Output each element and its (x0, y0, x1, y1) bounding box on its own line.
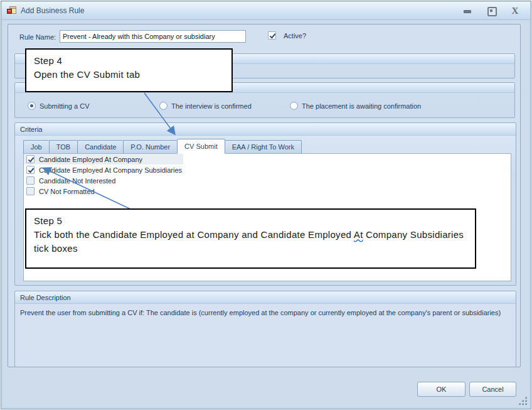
window-title: Add Business Rule (21, 6, 84, 15)
rule-name-row: Rule Name: Active? (8, 24, 520, 50)
step5-text-before: Tick both the Candidate Employed at Comp… (34, 229, 354, 240)
criteria-tab-strip: Job TOB Candidate P.O. Number CV Submit … (23, 139, 302, 154)
step5-flagged-word: At (354, 229, 363, 240)
radio-label: Submitting a CV (40, 102, 89, 110)
tab-job[interactable]: Job (23, 140, 49, 154)
resize-grip[interactable] (519, 397, 527, 405)
step5-callout: Step 5 Tick both the Candidate Employed … (25, 208, 476, 269)
criteria-header: Criteria (15, 123, 516, 136)
radio-placement-awaiting[interactable]: The placement is awaiting confirmation (290, 102, 421, 110)
maximize-icon[interactable] (486, 6, 496, 15)
checkbox-unchecked-icon[interactable] (26, 176, 35, 185)
radio-selected-icon (28, 102, 36, 110)
radio-icon (159, 102, 168, 110)
criteria-item-label: Candidate Not Interested (39, 177, 115, 185)
close-icon[interactable]: X (510, 6, 520, 15)
trigger-radio-group: Submitting a CV The interview is confirm… (15, 102, 514, 110)
add-business-rule-dialog: Add Business Rule X Rule Name: Active? (1, 1, 531, 409)
title-bar[interactable]: Add Business Rule X (2, 2, 530, 20)
rule-name-input[interactable] (60, 30, 246, 43)
tab-tob[interactable]: TOB (49, 140, 77, 154)
criteria-item-not-interested[interactable]: Candidate Not Interested (24, 175, 511, 186)
tab-po-number[interactable]: P.O. Number (123, 140, 177, 154)
cancel-button[interactable]: Cancel (469, 382, 516, 397)
radio-label: The placement is awaiting confirmation (302, 102, 421, 110)
radio-label: The interview is confirmed (171, 102, 252, 110)
criteria-item-label: Candidate Employed At Company (39, 156, 142, 163)
ok-button[interactable]: OK (417, 382, 466, 397)
radio-submitting-cv[interactable]: Submitting a CV (28, 102, 159, 110)
tab-candidate[interactable]: Candidate (77, 140, 123, 154)
rule-description-text: Prevent the user from submitting a CV if… (15, 304, 516, 321)
rule-description-header: Rule Description (15, 291, 516, 304)
checkbox-checked-icon[interactable] (26, 155, 35, 163)
criteria-item-label: Candidate Employed At Company Subsidiari… (39, 166, 182, 174)
step5-title: Step 5 (34, 214, 467, 228)
radio-interview-confirmed[interactable]: The interview is confirmed (159, 102, 290, 110)
step4-text: Open the CV Submit tab (34, 68, 224, 82)
step4-callout: Step 4 Open the CV Submit tab (25, 48, 233, 92)
active-label: Active? (284, 32, 306, 40)
checkbox-checked-icon[interactable] (26, 166, 35, 174)
step5-text: Tick both the Candidate Employed at Comp… (34, 228, 467, 256)
criteria-item-employed-at-company[interactable]: Candidate Employed At Company (24, 154, 183, 165)
minimize-icon[interactable] (462, 6, 472, 15)
rule-description-panel: Rule Description Prevent the user from s… (14, 291, 516, 367)
tab-cv-submit[interactable]: CV Submit (177, 139, 225, 154)
checkbox-unchecked-icon[interactable] (26, 187, 35, 195)
criteria-item-cv-not-formatted[interactable]: CV Not Formatted (24, 186, 511, 197)
active-checkbox[interactable] (268, 31, 276, 40)
rule-name-label: Rule Name: (19, 33, 56, 41)
tab-eaa-right-to-work[interactable]: EAA / Right To Work (225, 140, 302, 154)
radio-icon (290, 102, 298, 110)
form-icon (7, 6, 17, 16)
criteria-item-employed-at-subsidiaries[interactable]: Candidate Employed At Company Subsidiari… (24, 165, 511, 175)
step4-title: Step 4 (34, 54, 224, 68)
criteria-item-label: CV Not Formatted (39, 188, 95, 195)
